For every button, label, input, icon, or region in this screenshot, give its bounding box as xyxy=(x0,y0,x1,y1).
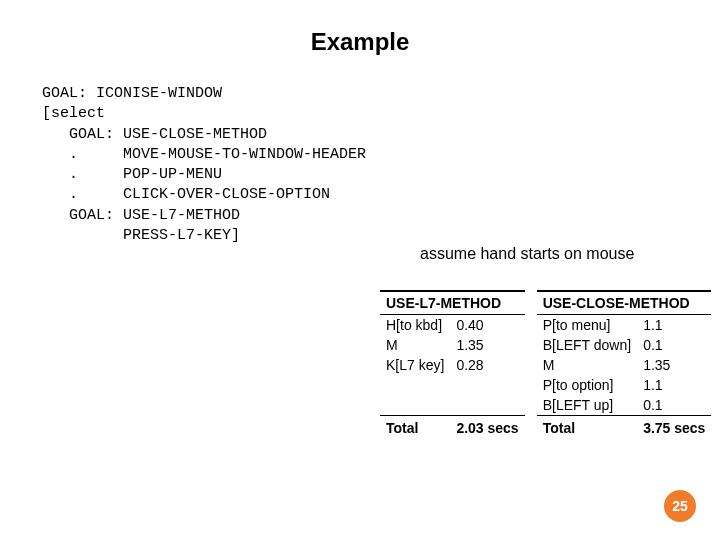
cell-label: B[LEFT up] xyxy=(537,395,637,416)
goms-code-block: GOAL: ICONISE-WINDOW [select GOAL: USE-C… xyxy=(42,84,720,246)
total-value: 3.75 secs xyxy=(637,416,711,439)
table-left-header: USE-L7-METHOD xyxy=(380,291,525,315)
table-row: B[LEFT down] 0.1 xyxy=(537,335,712,355)
cell-value: 1.35 xyxy=(450,335,524,355)
table-use-close-method: USE-CLOSE-METHOD P[to menu] 1.1 B[LEFT d… xyxy=(537,290,712,438)
cell-value: 1.1 xyxy=(637,315,711,336)
cell-label: M xyxy=(380,335,450,355)
table-row: K[L7 key] 0.28 xyxy=(380,355,525,375)
page-number-badge: 25 xyxy=(664,490,696,522)
slide-title: Example xyxy=(0,0,720,84)
cell-value: 0.28 xyxy=(450,355,524,375)
cell-value: 0.1 xyxy=(637,335,711,355)
cell-label: B[LEFT down] xyxy=(537,335,637,355)
table-right-total-row: Total 3.75 secs xyxy=(537,416,712,439)
cell-label: K[L7 key] xyxy=(380,355,450,375)
total-label: Total xyxy=(380,416,450,439)
table-right-header: USE-CLOSE-METHOD xyxy=(537,291,712,315)
table-left-body: H[to kbd] 0.40 M 1.35 K[L7 key] 0.28 Tot… xyxy=(380,315,525,439)
cell-value: 1.1 xyxy=(637,375,711,395)
tables-container: USE-L7-METHOD H[to kbd] 0.40 M 1.35 K[L7… xyxy=(380,290,711,438)
cell-value: 1.35 xyxy=(637,355,711,375)
table-use-l7-method: USE-L7-METHOD H[to kbd] 0.40 M 1.35 K[L7… xyxy=(380,290,525,438)
assumption-note: assume hand starts on mouse xyxy=(420,245,634,263)
table-row: M 1.35 xyxy=(380,335,525,355)
total-value: 2.03 secs xyxy=(450,416,524,439)
table-row: P[to option] 1.1 xyxy=(537,375,712,395)
table-row: B[LEFT up] 0.1 xyxy=(537,395,712,416)
total-label: Total xyxy=(537,416,637,439)
table-row-empty xyxy=(380,375,525,395)
cell-label: H[to kbd] xyxy=(380,315,450,336)
table-row: M 1.35 xyxy=(537,355,712,375)
cell-label: P[to menu] xyxy=(537,315,637,336)
table-left-total-row: Total 2.03 secs xyxy=(380,416,525,439)
slide: Example GOAL: ICONISE-WINDOW [select GOA… xyxy=(0,0,720,540)
table-right-body: P[to menu] 1.1 B[LEFT down] 0.1 M 1.35 P… xyxy=(537,315,712,439)
table-row-empty xyxy=(380,395,525,416)
cell-value: 0.1 xyxy=(637,395,711,416)
cell-value: 0.40 xyxy=(450,315,524,336)
table-row: P[to menu] 1.1 xyxy=(537,315,712,336)
cell-label: M xyxy=(537,355,637,375)
table-row: H[to kbd] 0.40 xyxy=(380,315,525,336)
cell-label: P[to option] xyxy=(537,375,637,395)
